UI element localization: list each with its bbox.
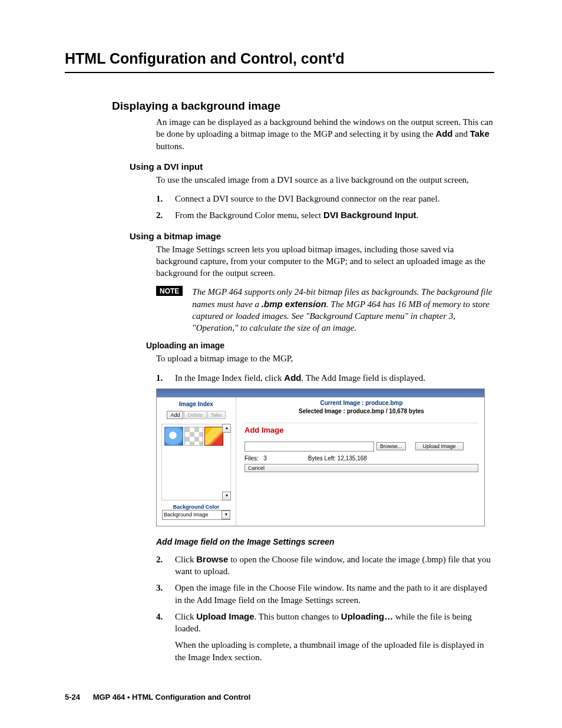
step4-followup: When the uploading is complete, a thumbn… (175, 639, 494, 663)
add-label: Add (435, 129, 452, 139)
file-path-input[interactable] (244, 442, 374, 452)
step-body: In the Image Index field, click Add. The… (175, 372, 494, 384)
page-footer: 5-24 MGP 464 • HTML Configuration and Co… (65, 693, 250, 701)
intro-text-b: buttons. (156, 141, 184, 151)
upload-step-2: 2. Click Browse to open the Choose file … (156, 554, 494, 578)
take-button[interactable]: Take (207, 411, 226, 419)
note-block: NOTE The MGP 464 supports only 24-bit bi… (156, 286, 494, 334)
intro-and: and (453, 129, 470, 139)
step-number: 4. (156, 611, 175, 663)
bitmap-paragraph: The Image Settings screen lets you uploa… (156, 243, 494, 279)
step-number: 2. (156, 209, 175, 221)
step-body: Click Upload Image. This button changes … (175, 611, 494, 663)
dvi-bg-input-label: DVI Background Input (323, 210, 416, 220)
step-number: 1. (156, 193, 175, 205)
upload-step-4: 4. Click Upload Image. This button chang… (156, 611, 494, 663)
add-button-ref: Add (284, 373, 301, 383)
page-number: 5-24 (65, 693, 80, 701)
step-body: Open the image file in the Choose File w… (175, 582, 494, 606)
browse-ref: Browse (196, 554, 228, 564)
footer-section: MGP 464 • HTML Configuration and Control (93, 693, 251, 701)
uploading-ref: Uploading… (341, 611, 393, 621)
chevron-down-icon: ▾ (222, 510, 230, 519)
add-button[interactable]: Add (167, 411, 183, 419)
note-badge: NOTE (156, 286, 183, 296)
intro-paragraph: An image can be displayed as a backgroun… (156, 116, 494, 152)
delete-button[interactable]: Delete (184, 411, 206, 419)
step-body: Connect a DVI source to the DVI Backgrou… (175, 193, 494, 205)
browse-button[interactable]: Browse... (376, 442, 406, 450)
heading-dvi: Using a DVI input (130, 162, 494, 172)
cancel-button[interactable]: Cancel (244, 464, 478, 472)
image-index-panel: Image Index Add Delete Take ▴ ▾ Backgrou… (157, 397, 236, 526)
scroll-up-button[interactable]: ▴ (222, 424, 231, 433)
upload-paragraph: To upload a bitmap image to the MGP, (156, 353, 494, 364)
background-image-select[interactable]: Background Image ▾ (162, 510, 230, 520)
thumbnail-list[interactable]: ▴ ▾ (161, 424, 231, 500)
dvi-paragraph: To use the unscaled image from a DVI sou… (156, 174, 494, 186)
upload-image-button[interactable]: Upload Image (415, 442, 464, 450)
upload-image-ref: Upload Image (196, 611, 254, 621)
dvi-step-2: 2. From the Background Color menu, selec… (156, 209, 494, 221)
background-color-label: Background Color (160, 504, 232, 510)
thumbnail[interactable] (164, 427, 183, 446)
main-panel: Current Image : produce.bmp Selected Ima… (236, 397, 484, 526)
figure-caption: Add Image field on the Image Settings sc… (156, 537, 494, 546)
bytes-left: Bytes Left: 12,135,168 (308, 455, 367, 462)
figure-image-settings: Image Index Add Delete Take ▴ ▾ Backgrou… (156, 388, 485, 526)
scroll-down-button[interactable]: ▾ (222, 492, 231, 500)
thumbnail[interactable] (184, 427, 203, 446)
divider (244, 423, 478, 423)
upload-step-1: 1. In the Image Index field, click Add. … (156, 372, 494, 384)
image-index-title: Image Index (160, 401, 232, 407)
selected-image-label: Selected Image : produce.bmp / 10,678 by… (244, 408, 478, 414)
step-number: 2. (156, 554, 175, 578)
step-number: 1. (156, 372, 175, 384)
step-body: Click Browse to open the Choose file win… (175, 554, 494, 578)
step-body: From the Background Color menu, select D… (175, 209, 494, 221)
files-count: Files: 3 (244, 455, 267, 462)
heading-bitmap: Using a bitmap image (130, 231, 494, 241)
take-label: Take (470, 129, 490, 139)
heading-uploading: Uploading an image (146, 341, 494, 350)
note-body: The MGP 464 supports only 24-bit bitmap … (192, 286, 494, 334)
upload-step-3: 3. Open the image file in the Choose Fil… (156, 582, 494, 606)
page-title: HTML Configuration and Control, cont'd (65, 50, 494, 73)
window-titlebar (157, 389, 484, 397)
heading-displaying-bg: Displaying a background image (112, 100, 494, 113)
bmp-extension-label: .bmp extension (262, 299, 326, 309)
step-number: 3. (156, 582, 175, 606)
add-image-heading: Add Image (244, 426, 478, 434)
dvi-step-1: 1. Connect a DVI source to the DVI Backg… (156, 193, 494, 205)
current-image-label: Current Image : produce.bmp (244, 400, 478, 406)
select-value: Background Image (164, 512, 209, 518)
thumbnail[interactable] (204, 427, 223, 446)
